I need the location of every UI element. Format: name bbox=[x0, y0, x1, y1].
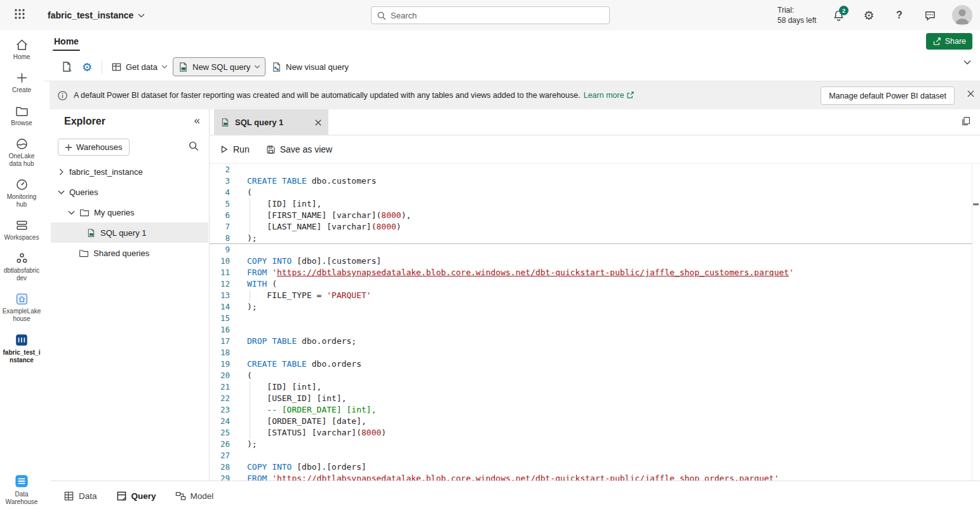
code-line[interactable]: 3CREATE TABLE dbo.customers bbox=[210, 175, 972, 187]
add-warehouses-button[interactable]: Warehouses bbox=[58, 139, 130, 156]
account-avatar[interactable] bbox=[952, 5, 972, 25]
run-button[interactable]: Run bbox=[220, 144, 250, 154]
code-line[interactable]: 25 [STATUS] [varchar](8000) bbox=[210, 427, 972, 439]
code-line[interactable]: 2 bbox=[210, 164, 972, 175]
rail-item-home[interactable]: Home bbox=[0, 38, 43, 61]
line-number: 27 bbox=[210, 450, 230, 461]
tree-item-label: fabric_test_instance bbox=[69, 167, 143, 177]
editor-scrollbar[interactable] bbox=[972, 164, 980, 480]
copy-button[interactable] bbox=[960, 116, 971, 126]
code-editor[interactable]: 23CREATE TABLE dbo.customers4(5 [ID] [in… bbox=[210, 164, 972, 480]
code-line[interactable]: 12WITH ( bbox=[210, 278, 972, 290]
notifications-button[interactable]: 2 bbox=[826, 0, 851, 31]
line-content: [FIRST_NAME] [varchar](8000), bbox=[230, 210, 411, 221]
code-line[interactable]: 14); bbox=[210, 301, 972, 313]
tree-item-warehouse-root[interactable]: fabric_test_instance bbox=[51, 161, 208, 182]
line-number: 14 bbox=[210, 301, 230, 313]
code-line[interactable]: 19CREATE TABLE dbo.orders bbox=[210, 358, 972, 370]
code-line[interactable]: 16 bbox=[210, 324, 972, 336]
manage-default-dataset-button[interactable]: Manage default Power BI dataset bbox=[821, 86, 955, 105]
search-box[interactable] bbox=[371, 6, 610, 24]
collapse-ribbon-button[interactable] bbox=[963, 60, 971, 65]
rail-item-browse[interactable]: Browse bbox=[0, 104, 43, 127]
tree-item-sql-query-1[interactable]: SQL query 1 bbox=[51, 222, 208, 243]
tab-sql-query-1[interactable]: SQL query 1 bbox=[214, 109, 328, 135]
info-icon bbox=[57, 90, 68, 101]
tab-title: SQL query 1 bbox=[235, 118, 283, 127]
code-line[interactable]: 22 [USER_ID] [int], bbox=[210, 393, 972, 404]
code-line[interactable]: 10COPY INTO [dbo].[customers] bbox=[210, 256, 972, 267]
warehouses-button-label: Warehouses bbox=[76, 142, 123, 152]
rail-item-dbtlabsfabricdev[interactable]: dbtlabsfabricdev bbox=[0, 252, 43, 282]
code-line[interactable]: 27 bbox=[210, 450, 972, 461]
share-button[interactable]: Share bbox=[926, 33, 972, 50]
workspace-name: fabric_test_instance bbox=[48, 10, 133, 20]
get-data-button[interactable]: Get data bbox=[107, 57, 172, 76]
workspace-title-dropdown[interactable]: fabric_test_instance bbox=[48, 0, 145, 31]
collapse-explorer-button[interactable]: « bbox=[194, 114, 200, 127]
settings-button[interactable]: ⚙ bbox=[856, 0, 882, 31]
rail-item-onelake-data-hub[interactable]: OneLake data hub bbox=[0, 137, 43, 168]
code-line[interactable]: 24 [ORDER_DATE] [date], bbox=[210, 416, 972, 427]
indent-guide bbox=[250, 210, 250, 221]
tree-item-label: SQL query 1 bbox=[100, 228, 147, 238]
code-line[interactable]: 20( bbox=[210, 370, 972, 381]
learn-more-link[interactable]: Learn more bbox=[584, 91, 634, 100]
banner-close-button[interactable] bbox=[967, 90, 975, 98]
rail-item-examplelakehouse[interactable]: ExampleLakehouse bbox=[0, 292, 43, 323]
rail-item-create[interactable]: Create bbox=[0, 71, 43, 94]
folder-icon bbox=[79, 248, 89, 258]
code-line[interactable]: 7 [LAST_NAME] [varchar](8000) bbox=[210, 221, 972, 233]
code-line[interactable]: 6 [FIRST_NAME] [varchar](8000), bbox=[210, 210, 972, 221]
code-line[interactable]: 9 bbox=[210, 244, 972, 256]
code-line[interactable]: 23 -- [ORDER_DATE] [int], bbox=[210, 404, 972, 416]
tree-item-my-queries[interactable]: My queries bbox=[51, 202, 208, 222]
code-line[interactable]: 4( bbox=[210, 187, 972, 198]
line-number: 24 bbox=[210, 416, 230, 427]
run-label: Run bbox=[233, 144, 250, 154]
code-line[interactable]: 8); bbox=[210, 233, 972, 244]
code-line[interactable]: 11FROM 'https://dbtlabsynapsedatalake.bl… bbox=[210, 267, 972, 278]
rail-item-data-warehouse[interactable]: Data Warehouse bbox=[0, 474, 43, 506]
tree-item-shared-queries[interactable]: Shared queries bbox=[51, 243, 208, 263]
view-tab-data[interactable]: Data bbox=[64, 491, 97, 501]
query-settings-button[interactable]: ⚙ bbox=[77, 57, 97, 76]
code-line[interactable]: 28COPY INTO [dbo].[orders] bbox=[210, 461, 972, 473]
app-launcher-button[interactable] bbox=[14, 8, 25, 20]
tab-home[interactable]: Home bbox=[53, 31, 80, 52]
line-content: [ID] [int], bbox=[230, 381, 321, 393]
search-input[interactable] bbox=[391, 11, 604, 20]
code-line[interactable]: 26); bbox=[210, 439, 972, 450]
code-line[interactable]: 5 [ID] [int], bbox=[210, 198, 972, 210]
rail-item-monitoring-hub[interactable]: Monitoring hub bbox=[0, 178, 43, 208]
help-button[interactable]: ? bbox=[887, 0, 912, 31]
tree-item-queries[interactable]: Queries bbox=[51, 182, 208, 202]
code-line[interactable]: 13 FILE_TYPE = 'PARQUET' bbox=[210, 290, 972, 301]
new-report-button[interactable] bbox=[57, 57, 76, 76]
tree-item-label: Shared queries bbox=[93, 249, 149, 258]
code-line[interactable]: 18 bbox=[210, 347, 972, 358]
feedback-button[interactable] bbox=[917, 0, 943, 31]
line-number: 16 bbox=[210, 324, 230, 336]
new-sql-query-button[interactable]: New SQL query bbox=[173, 57, 265, 76]
rail-item-fabric-test-instance[interactable]: fabric_test_instance bbox=[0, 333, 43, 364]
rail-item-workspaces[interactable]: Workspaces bbox=[0, 219, 43, 242]
tree-item-label: Queries bbox=[69, 187, 98, 197]
line-number: 28 bbox=[210, 461, 230, 473]
code-line[interactable]: 17DROP TABLE dbo.orders; bbox=[210, 336, 972, 347]
save-as-view-button[interactable]: Save as view bbox=[266, 144, 332, 154]
explorer-search-button[interactable] bbox=[188, 140, 199, 151]
rail-item-label: Create bbox=[12, 86, 31, 94]
rail-item-label: Browse bbox=[11, 119, 32, 127]
editor-tabbar: SQL query 1 bbox=[210, 109, 980, 135]
code-line[interactable]: 15 bbox=[210, 313, 972, 324]
code-line[interactable]: 29FROM 'https://dbtlabsynapsedatalake.bl… bbox=[210, 473, 972, 480]
view-tab-model[interactable]: Model bbox=[175, 491, 214, 501]
view-tab-query[interactable]: Query bbox=[116, 491, 156, 501]
line-number: 8 bbox=[210, 233, 230, 243]
chevron-down-icon bbox=[138, 13, 145, 18]
waffle-icon bbox=[14, 8, 25, 20]
code-line[interactable]: 21 [ID] [int], bbox=[210, 381, 972, 393]
new-visual-query-button[interactable]: New visual query bbox=[267, 57, 353, 76]
tab-close-button[interactable] bbox=[314, 119, 322, 126]
